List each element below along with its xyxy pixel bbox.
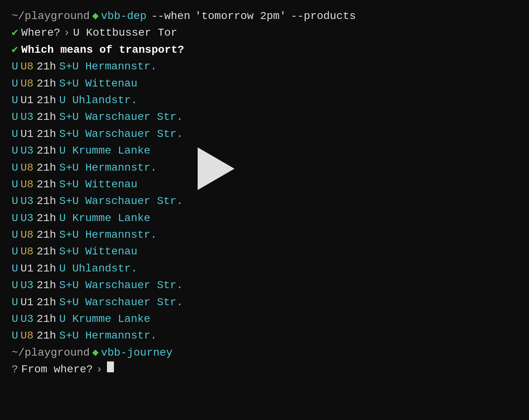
route-time-10: 21h: [36, 210, 56, 226]
route-time-7: 21h: [36, 159, 56, 176]
route-row-7: U U8 21h S+U Hermannstr.: [12, 159, 517, 176]
route-row-4: U U3 21h S+U Warschauer Str.: [12, 109, 517, 125]
cursor[interactable]: [107, 361, 114, 372]
route-row-13: U U1 21h U Uhlandstr.: [12, 260, 517, 277]
route-time-15: 21h: [36, 294, 56, 311]
route-line-9: U3: [21, 193, 34, 209]
route-type-17: U: [12, 327, 18, 344]
route-line-3: U1: [21, 92, 34, 109]
route-time-9: 21h: [36, 193, 56, 209]
route-line-8: U8: [21, 176, 34, 193]
route-list: U U8 21h S+U Hermannstr. U U8 21h S+U Wi…: [12, 58, 517, 344]
route-type-14: U: [12, 277, 18, 294]
route-time-3: 21h: [36, 92, 56, 109]
prompt-path-1: ~/playground: [12, 8, 90, 24]
prompt-diamond-1: ◆: [92, 8, 99, 24]
route-dest-3: U Uhlandstr.: [59, 92, 138, 109]
route-line-5: U1: [21, 126, 34, 142]
route-type-2: U: [12, 75, 18, 92]
route-type-9: U: [12, 193, 18, 209]
route-row-11: U U8 21h S+U Hermannstr.: [12, 226, 517, 243]
play-icon[interactable]: [198, 147, 234, 190]
route-row-1: U U8 21h S+U Hermannstr.: [12, 58, 517, 75]
flag-products: --products: [291, 8, 356, 24]
route-dest-6: U Krumme Lanke: [59, 142, 150, 159]
route-type-1: U: [12, 58, 18, 75]
route-time-6: 21h: [36, 142, 56, 159]
where-label: Where?: [21, 24, 60, 41]
input-question-text: From where?: [21, 361, 93, 378]
route-dest-15: S+U Warschauer Str.: [59, 294, 183, 311]
route-type-8: U: [12, 176, 18, 193]
check-icon-2: ✔: [12, 41, 18, 58]
arrow-icon-1: ›: [64, 24, 70, 41]
command-line-2: ~/playground ◆ vbb-journey: [12, 344, 517, 361]
route-time-5: 21h: [36, 126, 56, 142]
route-line-16: U3: [21, 311, 34, 327]
route-line-2: U8: [21, 75, 34, 92]
route-type-5: U: [12, 126, 18, 142]
route-line-11: U8: [21, 226, 34, 243]
input-line[interactable]: ? From where? ›: [12, 361, 517, 378]
route-line-6: U3: [21, 142, 34, 159]
terminal-window: ~/playground ◆ vbb-dep --when 'tomorrow …: [12, 8, 517, 378]
route-line-17: U8: [21, 327, 34, 344]
route-line-13: U1: [21, 260, 34, 277]
route-line-15: U1: [21, 294, 34, 311]
prompt-diamond-2: ◆: [92, 344, 99, 361]
route-time-14: 21h: [36, 277, 56, 294]
command-name-2: vbb-journey: [101, 344, 173, 361]
route-type-11: U: [12, 226, 18, 243]
route-time-8: 21h: [36, 176, 56, 193]
prompt-path-2: ~/playground: [12, 344, 90, 361]
input-arrow: ›: [96, 361, 103, 378]
play-icon-container[interactable]: [198, 147, 234, 195]
route-dest-2: S+U Wittenau: [59, 75, 138, 92]
route-time-2: 21h: [36, 75, 56, 92]
route-dest-9: S+U Warschauer Str.: [59, 193, 183, 209]
route-row-2: U U8 21h S+U Wittenau: [12, 75, 517, 92]
command-name-1: vbb-dep: [101, 8, 147, 24]
route-type-3: U: [12, 92, 18, 109]
route-line-7: U8: [21, 159, 34, 176]
route-row-10: U U3 21h U Krumme Lanke: [12, 210, 517, 226]
route-dest-11: S+U Hermannstr.: [59, 226, 157, 243]
route-time-11: 21h: [36, 226, 56, 243]
route-dest-17: S+U Hermannstr.: [59, 327, 157, 344]
transport-line: ✔ Which means of transport?: [12, 41, 517, 58]
route-row-12: U U8 21h S+U Wittenau: [12, 243, 517, 260]
route-row-8: U U8 21h S+U Wittenau: [12, 176, 517, 193]
route-time-4: 21h: [36, 109, 56, 125]
route-row-14: U U3 21h S+U Warschauer Str.: [12, 277, 517, 294]
route-row-15: U U1 21h S+U Warschauer Str.: [12, 294, 517, 311]
route-line-14: U3: [21, 277, 34, 294]
flag-when: --when: [151, 8, 190, 24]
route-line-4: U3: [21, 109, 34, 125]
route-dest-12: S+U Wittenau: [59, 243, 138, 260]
route-dest-13: U Uhlandstr.: [59, 260, 138, 277]
route-row-9: U U3 21h S+U Warschauer Str.: [12, 193, 517, 209]
command-line-1: ~/playground ◆ vbb-dep --when 'tomorrow …: [12, 8, 517, 24]
route-type-12: U: [12, 243, 18, 260]
route-dest-16: U Krumme Lanke: [59, 311, 150, 327]
route-row-5: U U1 21h S+U Warschauer Str.: [12, 126, 517, 142]
route-dest-4: S+U Warschauer Str.: [59, 109, 183, 125]
route-line-1: U8: [21, 58, 34, 75]
route-type-10: U: [12, 210, 18, 226]
route-row-17: U U8 21h S+U Hermannstr.: [12, 327, 517, 344]
route-type-7: U: [12, 159, 18, 176]
route-row-16: U U3 21h U Krumme Lanke: [12, 311, 517, 327]
route-line-12: U8: [21, 243, 34, 260]
route-time-16: 21h: [36, 311, 56, 327]
route-time-1: 21h: [36, 58, 56, 75]
route-time-17: 21h: [36, 327, 56, 344]
route-dest-7: S+U Hermannstr.: [59, 159, 157, 176]
route-dest-8: S+U Wittenau: [59, 176, 138, 193]
arg-time: 'tomorrow 2pm': [195, 8, 286, 24]
route-dest-1: S+U Hermannstr.: [59, 58, 157, 75]
question-mark: ?: [12, 361, 18, 378]
route-type-13: U: [12, 260, 18, 277]
route-dest-14: S+U Warschauer Str.: [59, 277, 183, 294]
route-row-3: U U1 21h U Uhlandstr.: [12, 92, 517, 109]
route-type-4: U: [12, 109, 18, 125]
